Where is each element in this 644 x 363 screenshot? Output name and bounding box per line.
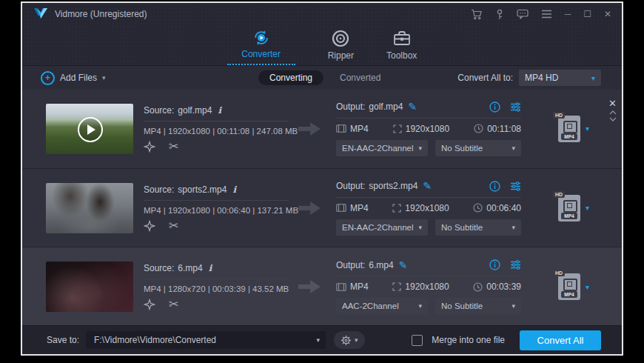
media-info-icon[interactable]: i	[230, 184, 236, 195]
bottom-bar: Save to: F:\Vidmore\Vidmore\Converted ▾ …	[22, 325, 622, 354]
save-path-select[interactable]: F:\Vidmore\Vidmore\Converted ▾	[86, 331, 326, 349]
edit-effects-icon[interactable]	[144, 299, 155, 310]
cut-icon[interactable]: ✂	[169, 141, 178, 153]
vidmore-logo-icon	[33, 7, 49, 21]
profile-select[interactable]: HD MP4 ▾	[558, 273, 589, 300]
output-duration: 00:11:08	[487, 124, 521, 134]
merge-label: Merge into one file	[432, 335, 505, 345]
audio-track-select[interactable]: EN-AAC-2Channel▾	[336, 140, 428, 156]
play-icon[interactable]	[78, 117, 103, 142]
output-resolution: 1920x1080	[405, 203, 449, 213]
video-thumbnail[interactable]	[46, 104, 133, 154]
edit-effects-icon[interactable]	[144, 141, 155, 153]
toolbar: + Add Files ▾ Converting Converted Conve…	[22, 66, 622, 90]
rename-icon[interactable]: ✎	[406, 101, 417, 112]
output-info-icon[interactable]	[489, 259, 500, 270]
feedback-icon[interactable]	[517, 9, 529, 19]
ripper-icon	[331, 29, 350, 48]
cut-icon[interactable]: ✂	[169, 220, 178, 232]
app-window: Vidmore (Unregistered) ─ ☐ ✕ Converter	[22, 3, 622, 354]
output-label: Output:	[336, 101, 365, 112]
chevron-down-icon[interactable]: ▾	[586, 204, 589, 212]
source-filename: sports2.mp4	[178, 184, 227, 195]
chevron-down-icon[interactable]: ▾	[317, 336, 321, 344]
rename-icon[interactable]: ✎	[398, 260, 408, 270]
subtitle-select[interactable]: No Subtitle▾	[435, 298, 521, 314]
output-filename: sports2.mp4	[369, 181, 417, 191]
output-duration: 00:03:39	[486, 282, 521, 292]
file-row: Source: 6.mp4 i MP4 | 1280x720 | 00:03:3…	[22, 247, 622, 326]
format-profile-icon[interactable]: HD MP4	[558, 273, 580, 300]
tab-converter-label: Converter	[241, 49, 281, 59]
convert-all-button[interactable]: Convert All	[520, 330, 601, 350]
clock-icon	[473, 203, 483, 213]
clock-icon	[474, 124, 483, 133]
output-filename: golf.mp4	[369, 101, 403, 112]
audio-track-select[interactable]: AAC-2Channel▾	[336, 298, 428, 314]
converting-tab[interactable]: Converting	[258, 70, 323, 85]
settings-button[interactable]: ▾	[334, 331, 365, 349]
cut-icon[interactable]: ✂	[169, 299, 178, 310]
chevron-down-icon: ▾	[511, 224, 515, 231]
adjust-settings-icon[interactable]	[510, 181, 521, 192]
subtitle-value: No Subtitle	[441, 302, 483, 310]
minimize-button[interactable]: ─	[565, 10, 571, 19]
key-icon[interactable]	[495, 9, 504, 20]
profile-select[interactable]: HD MP4 ▾	[558, 195, 589, 222]
arrow-right-icon	[296, 200, 324, 216]
hd-badge: HD	[553, 191, 565, 198]
output-format-select[interactable]: MP4 HD ▾	[519, 70, 601, 86]
merge-checkbox[interactable]	[412, 335, 423, 346]
tab-ripper[interactable]: Ripper	[328, 25, 354, 65]
chevron-down-icon: ▾	[591, 74, 595, 82]
main-tabs: Converter Ripper Toolbox	[22, 25, 622, 66]
source-meta: MP4 | 1280x720 | 00:03:39 | 43.52 MB	[144, 284, 289, 293]
output-label: Output:	[336, 260, 365, 270]
add-files-caret-icon[interactable]: ▾	[102, 74, 106, 81]
adjust-settings-icon[interactable]	[510, 101, 521, 113]
cart-icon[interactable]	[471, 9, 483, 20]
tab-toolbox[interactable]: Toolbox	[386, 25, 417, 65]
source-meta: MP4 | 1920x1080 | 00:11:08 | 247.08 MB	[144, 127, 289, 136]
menu-icon[interactable]	[541, 10, 552, 19]
audio-track-value: EN-AAC-2Channel	[342, 144, 414, 153]
video-thumbnail[interactable]	[46, 183, 133, 233]
chevron-down-icon[interactable]: ▾	[586, 283, 589, 291]
source-label: Source:	[144, 184, 174, 195]
hd-badge: HD	[553, 270, 565, 276]
edit-effects-icon[interactable]	[144, 220, 155, 232]
subtitle-value: No Subtitle	[441, 144, 483, 153]
gear-icon	[341, 335, 352, 346]
format-profile-icon[interactable]: HD MP4	[558, 116, 580, 142]
output-format-value: MP4 HD	[525, 73, 558, 83]
format-profile-label: MP4	[561, 133, 577, 140]
media-info-icon[interactable]: i	[207, 263, 212, 273]
output-format: MP4	[350, 282, 369, 292]
rename-icon[interactable]: ✎	[421, 181, 432, 191]
video-thumbnail[interactable]	[46, 262, 133, 312]
tab-converter[interactable]: Converter	[227, 25, 295, 65]
chevron-down-icon[interactable]: ▾	[586, 124, 589, 133]
audio-track-select[interactable]: EN-AAC-2Channel▾	[336, 219, 428, 236]
adjust-settings-icon[interactable]	[510, 259, 521, 270]
media-info-icon[interactable]: i	[215, 105, 221, 116]
format-profile-label: MP4	[561, 291, 577, 298]
converted-tab[interactable]: Converted	[340, 73, 380, 83]
divider	[144, 200, 289, 201]
chevron-down-icon: ▾	[418, 144, 422, 152]
maximize-button[interactable]: ☐	[583, 10, 591, 19]
resolution-icon	[392, 204, 401, 213]
close-button[interactable]: ✕	[604, 10, 611, 19]
format-icon	[336, 204, 346, 212]
divider	[336, 276, 521, 276]
toolbox-icon	[392, 29, 412, 48]
clock-icon	[473, 282, 483, 292]
chevron-down-icon: ▾	[511, 144, 515, 152]
subtitle-select[interactable]: No Subtitle▾	[435, 140, 521, 156]
profile-select[interactable]: HD MP4 ▾	[558, 116, 589, 142]
output-info-icon[interactable]	[489, 101, 500, 113]
format-profile-icon[interactable]: HD MP4	[558, 195, 580, 222]
add-files-button[interactable]: + Add Files ▾	[41, 71, 106, 85]
subtitle-select[interactable]: No Subtitle▾	[435, 219, 521, 236]
output-info-icon[interactable]	[489, 181, 500, 192]
